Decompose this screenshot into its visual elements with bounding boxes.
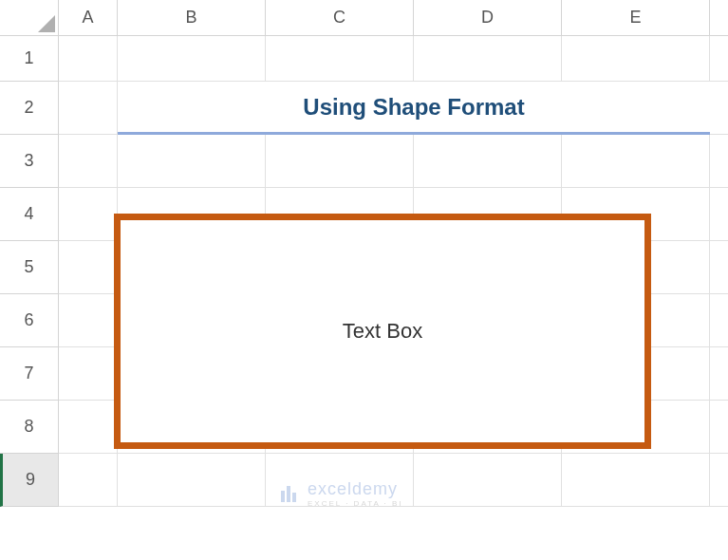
cell-A7[interactable] (59, 347, 118, 401)
row-header-9[interactable]: 9 (0, 454, 59, 507)
cell-F9[interactable] (710, 454, 728, 507)
cell-E9[interactable] (562, 454, 710, 507)
textbox-shape[interactable]: Text Box (114, 214, 651, 449)
cell-C1[interactable] (266, 36, 414, 82)
row-headers: 123456789 (0, 36, 59, 507)
select-all-button[interactable] (0, 0, 59, 36)
cell-B1[interactable] (118, 36, 266, 82)
column-header-E[interactable]: E (562, 0, 710, 36)
cell-E3[interactable] (562, 135, 710, 188)
row-header-2[interactable]: 2 (0, 82, 59, 135)
row-header-7[interactable]: 7 (0, 347, 59, 401)
column-header-D[interactable]: D (414, 0, 562, 36)
cell-B9[interactable] (118, 454, 266, 507)
cell-C3[interactable] (266, 135, 414, 188)
watermark: exceldemy EXCEL · DATA · BI (275, 479, 403, 508)
watermark-name: exceldemy (308, 479, 403, 499)
row-header-6[interactable]: 6 (0, 294, 59, 347)
row-header-4[interactable]: 4 (0, 188, 59, 241)
cell-F3[interactable] (710, 135, 728, 188)
row-header-5[interactable]: 5 (0, 241, 59, 294)
cell-A9[interactable] (59, 454, 118, 507)
row-header-1[interactable]: 1 (0, 36, 59, 82)
cell-A8[interactable] (59, 401, 118, 454)
column-header-C[interactable]: C (266, 0, 414, 36)
textbox-content: Text Box (343, 319, 422, 344)
cell-F2[interactable] (710, 82, 728, 135)
cell-A6[interactable] (59, 294, 118, 347)
cell-F7[interactable] (710, 347, 728, 401)
grid-row (59, 36, 728, 82)
select-all-triangle-icon (38, 15, 55, 32)
cell-F1[interactable] (710, 36, 728, 82)
cell-F6[interactable] (710, 294, 728, 347)
cell-F5[interactable] (710, 241, 728, 294)
cell-D1[interactable] (414, 36, 562, 82)
cell-A5[interactable] (59, 241, 118, 294)
watermark-tagline: EXCEL · DATA · BI (308, 499, 403, 508)
column-headers: ABCDEF (59, 0, 728, 36)
cell-E1[interactable] (562, 36, 710, 82)
cell-A2[interactable] (59, 82, 118, 135)
cell-D9[interactable] (414, 454, 562, 507)
column-header-A[interactable]: A (59, 0, 118, 36)
grid-row: Using Shape Format (59, 82, 728, 135)
cell-B3[interactable] (118, 135, 266, 188)
title-cell[interactable]: Using Shape Format (118, 82, 710, 135)
row-header-3[interactable]: 3 (0, 135, 59, 188)
column-header-B[interactable]: B (118, 0, 266, 36)
cell-F8[interactable] (710, 401, 728, 454)
cell-D3[interactable] (414, 135, 562, 188)
cell-F4[interactable] (710, 188, 728, 241)
grid-row (59, 135, 728, 188)
watermark-chart-icon (275, 483, 300, 504)
cell-A4[interactable] (59, 188, 118, 241)
cell-A3[interactable] (59, 135, 118, 188)
row-header-8[interactable]: 8 (0, 401, 59, 454)
cell-A1[interactable] (59, 36, 118, 82)
column-header-F[interactable]: F (710, 0, 728, 36)
